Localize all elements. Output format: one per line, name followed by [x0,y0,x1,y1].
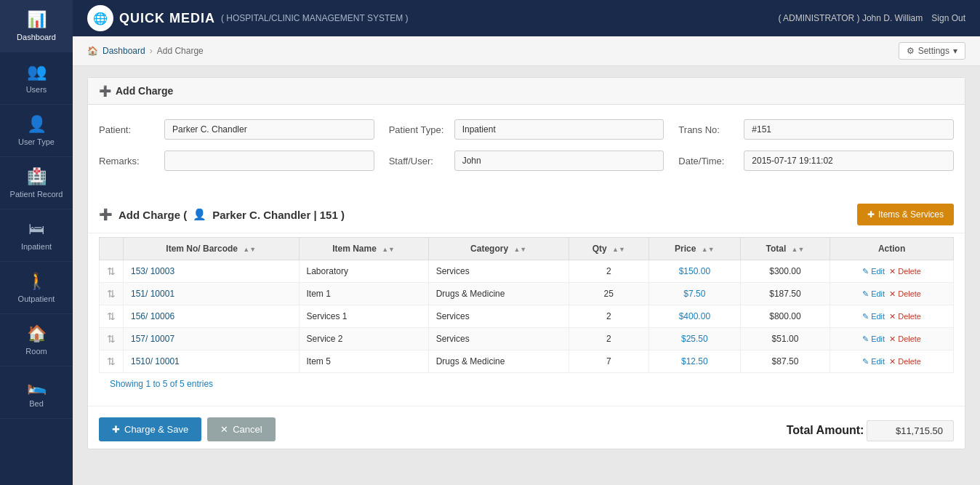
action-cell: ✎ Edit ✕ Delete [830,283,954,305]
datetime-input[interactable] [744,151,954,171]
qty-cell: 7 [569,350,648,373]
drag-handle[interactable]: ⇅ [107,333,116,345]
barcode-link[interactable]: 157/ 10007 [131,334,174,344]
qty-cell: 25 [569,283,648,305]
outpatient-icon: 🚶 [27,272,47,291]
item-name-cell: Item 5 [299,350,428,373]
delete-button[interactable]: ✕ Delete [889,334,921,344]
total-cell: $800.00 [740,305,830,328]
remarks-input[interactable] [164,151,374,171]
delete-button[interactable]: ✕ Delete [889,289,921,299]
delete-button[interactable]: ✕ Delete [889,267,921,276]
sidebar-item-patient-record[interactable]: 🏥 Patient Record [0,157,73,209]
patient-type-input[interactable] [454,119,664,140]
barcode-link[interactable]: 156/ 10006 [131,311,174,321]
staff-label: Staff/User: [389,156,447,167]
cancel-icon: ✕ [220,424,228,435]
table-row: ⇅ 1510/ 10001 Item 5 Drugs & Medicine 7 … [100,350,954,373]
price-cell: $12.50 [648,350,740,373]
drag-cell: ⇅ [100,328,124,350]
add-charge-card: ➕ Add Charge Patient: Patient Type: Tran… [87,77,965,449]
sidebar-item-users[interactable]: 👥 Users [0,52,73,105]
items-services-button[interactable]: ✚ Items & Services [857,204,954,225]
trans-no-input[interactable] [744,119,954,140]
action-cell: ✎ Edit ✕ Delete [830,350,954,373]
delete-button[interactable]: ✕ Delete [889,357,921,366]
col-category[interactable]: Category ▲▼ [428,238,569,260]
drag-cell: ⇅ [100,350,124,373]
category-cell: Services [428,328,569,350]
delete-button[interactable]: ✕ Delete [889,312,921,321]
sidebar-item-inpatient[interactable]: 🛏 Inpatient [0,209,73,262]
price-cell: $25.50 [648,328,740,350]
sort-total: ▲▼ [792,246,805,253]
table-row: ⇅ 153/ 10003 Laboratory Services 2 $150.… [100,260,954,283]
trans-no-group: Trans No: [678,119,954,140]
drag-handle[interactable]: ⇅ [107,310,116,322]
datetime-group: Date/Time: [678,151,954,171]
staff-input[interactable] [454,151,664,171]
datetime-label: Date/Time: [678,156,736,167]
charge-save-icon: ✚ [112,424,120,435]
sort-barcode: ▲▼ [243,246,256,253]
edit-button[interactable]: ✎ Edit [862,289,885,299]
barcode-cell: 156/ 10006 [124,305,300,328]
col-barcode[interactable]: Item No/ Barcode ▲▼ [124,238,300,260]
total-label: Total Amount: [787,424,864,436]
signout-link[interactable]: Sign Out [931,13,965,23]
drag-handle[interactable]: ⇅ [107,356,116,367]
breadcrumb-home[interactable]: Dashboard [103,46,145,56]
footer-area: ✚ Charge & Save ✕ Cancel Total Amount: $… [88,406,965,449]
qty-cell: 2 [569,260,648,283]
action-cell: ✎ Edit ✕ Delete [830,305,954,328]
sidebar-item-bed[interactable]: 🛌 Bed [0,366,73,419]
table-row: ⇅ 157/ 10007 Service 2 Services 2 $25.50… [100,328,954,350]
card-body: Patient: Patient Type: Trans No: [88,105,965,196]
category-cell: Drugs & Medicine [428,350,569,373]
patient-input[interactable] [164,119,374,140]
sidebar-item-dashboard[interactable]: 📊 Dashboard [0,0,73,52]
barcode-link[interactable]: 1510/ 10001 [131,356,180,366]
app-subtitle: ( HOSPITAL/CLINIC MANAGEMENT SYSTEM ) [221,13,409,23]
item-name-cell: Services 1 [299,305,428,328]
edit-button[interactable]: ✎ Edit [862,357,885,366]
col-total[interactable]: Total ▲▼ [740,238,830,260]
drag-cell: ⇅ [100,260,124,283]
settings-button[interactable]: ⚙ Settings ▾ [899,42,965,60]
edit-button[interactable]: ✎ Edit [862,312,885,321]
form-row-2: Remarks: Staff/User: Date/Time: [99,151,954,171]
col-price[interactable]: Price ▲▼ [648,238,740,260]
room-icon: 🏠 [27,324,47,343]
plus-circle-icon: ➕ [99,85,111,97]
sidebar-item-user-type[interactable]: 👤 User Type [0,105,73,157]
plus-items-icon: ✚ [867,209,875,220]
cancel-button[interactable]: ✕ Cancel [207,417,275,441]
action-cell: ✎ Edit ✕ Delete [830,328,954,350]
charge-title: ➕ Add Charge ( 👤 Parker C. Chandler | 15… [99,208,345,221]
price-cell: $150.00 [648,260,740,283]
barcode-cell: 151/ 10001 [124,283,300,305]
sidebar-item-room[interactable]: 🏠 Room [0,314,73,366]
sidebar: 📊 Dashboard 👥 Users 👤 User Type 🏥 Patien… [0,0,73,485]
showing-info: Showing 1 to 5 of 5 entries [99,373,954,395]
form-row-1: Patient: Patient Type: Trans No: [99,119,954,140]
logo-icon: 🌐 [87,5,113,31]
barcode-link[interactable]: 153/ 10003 [131,266,174,276]
footer-buttons: ✚ Charge & Save ✕ Cancel [99,417,276,441]
sidebar-item-outpatient[interactable]: 🚶 Outpatient [0,262,73,314]
edit-button[interactable]: ✎ Edit [862,334,885,344]
price-cell: $400.00 [648,305,740,328]
edit-button[interactable]: ✎ Edit [862,267,885,276]
drag-handle[interactable]: ⇅ [107,265,116,277]
total-cell: $87.50 [740,350,830,373]
barcode-link[interactable]: 151/ 10001 [131,289,174,299]
trans-no-label: Trans No: [678,124,736,135]
breadcrumb: 🏠 Dashboard › Add Charge [87,46,204,56]
col-qty[interactable]: Qty ▲▼ [569,238,648,260]
charge-save-button[interactable]: ✚ Charge & Save [99,417,201,441]
main-wrapper: 🌐 QUICK MEDIA ( HOSPITAL/CLINIC MANAGEME… [73,0,980,485]
drag-handle[interactable]: ⇅ [107,288,116,300]
users-icon: 👥 [27,63,47,81]
item-name-cell: Item 1 [299,283,428,305]
col-item-name[interactable]: Item Name ▲▼ [299,238,428,260]
